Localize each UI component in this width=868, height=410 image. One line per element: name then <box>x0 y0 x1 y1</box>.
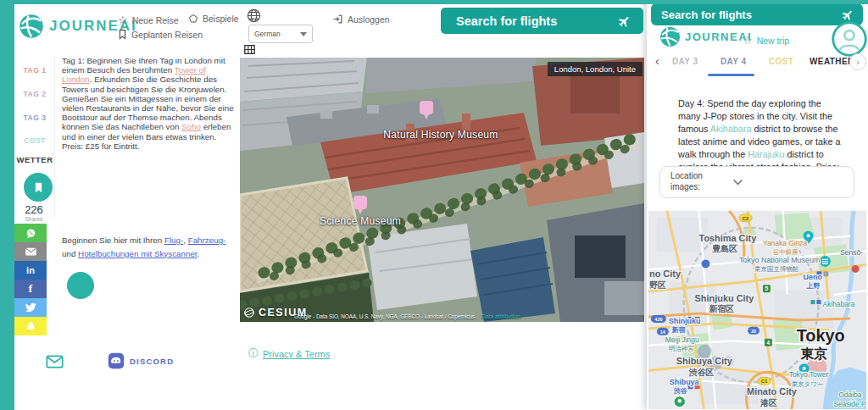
svg-text:上野: 上野 <box>806 282 821 290</box>
facebook-icon: f <box>29 282 32 296</box>
svg-text:C1: C1 <box>761 379 768 384</box>
flight-search-panel: Search for flights JOURNEAI ☆ New trip ‹… <box>647 0 868 410</box>
tabs-prev-arrow[interactable]: ‹ <box>655 54 659 68</box>
svg-text:港区: 港区 <box>760 398 777 407</box>
sidebar-tab-wetter[interactable]: WETTER <box>14 155 55 164</box>
left-accent-bar <box>0 0 14 410</box>
bookmark-icon <box>118 29 127 40</box>
examples-icon <box>188 14 198 24</box>
globe-icon <box>247 8 261 23</box>
share-email-button[interactable] <box>14 242 47 261</box>
map-location-badge: London, London, Unite <box>548 62 643 76</box>
hotel-booking-link[interactable]: Hotelbuchungen mit Skyscanner <box>78 249 198 258</box>
active-tab-underline <box>708 74 754 76</box>
sidebar-tab-tag1[interactable]: TAG 1 <box>14 66 55 75</box>
svg-text:渋谷: 渋谷 <box>673 387 687 395</box>
nav-examples[interactable]: Beispiele <box>188 14 239 24</box>
flight-booking-link[interactable]: Flug- <box>164 235 183 245</box>
svg-text:420: 420 <box>654 317 662 322</box>
svg-text:Tokyo National Museum: Tokyo National Museum <box>739 256 820 264</box>
share-count: 226 <box>14 203 53 216</box>
search-flights-button[interactable]: Search for flights <box>441 8 643 34</box>
share-whatsapp-button[interactable] <box>14 224 47 242</box>
logout-label: Ausloggen <box>348 14 390 25</box>
akihabara-link[interactable]: Akihabara <box>710 124 752 134</box>
panel-journeai-logo[interactable]: JOURNEAI <box>659 26 752 47</box>
panel-tab-cost[interactable]: COST <box>769 57 793 66</box>
share-snapchat-button[interactable] <box>14 317 47 335</box>
privacy-terms-link[interactable]: ⓘ Privacy & Terms <box>248 346 330 361</box>
share-count-label: Shares <box>14 216 53 222</box>
svg-text:東京国立博物館: 東京国立博物館 <box>754 265 799 273</box>
svg-text:Tokyo Tower: Tokyo Tower <box>789 370 829 379</box>
london-3d-map[interactable]: London, London, Unite Natural History Mu… <box>240 58 644 322</box>
svg-text:Shinjuku: Shinjuku <box>669 317 701 325</box>
panel-tab-day4[interactable]: DAY 4 <box>721 57 746 66</box>
data-attribution-link[interactable]: Data attribution <box>481 313 520 319</box>
panel-tab-day3[interactable]: DAY 3 <box>672 57 698 66</box>
svg-text:Meiji Jingu: Meiji Jingu <box>665 335 699 344</box>
map-attribution-text: Google - Data SIO, NOAA, U.S. Navy, NGA,… <box>294 313 475 319</box>
sidebar-tab-tag2[interactable]: TAG 2 <box>14 90 55 98</box>
contact-email-icon[interactable] <box>46 355 64 368</box>
nav-new-trip[interactable]: ☆ Neue Reise <box>118 14 179 26</box>
tokyo-map-canvas: C2 5 4 C1 420 14 20 <box>648 210 866 410</box>
language-select[interactable]: German <box>248 25 313 43</box>
booking-text-part: . <box>198 249 200 258</box>
location-images-dropdown[interactable]: Location images: <box>659 166 854 198</box>
discord-icon <box>108 352 125 369</box>
bookmark-fab-button[interactable] <box>24 173 53 202</box>
journeai-logo-icon <box>659 26 681 47</box>
email-icon <box>25 247 37 257</box>
car-booking-link[interactable]: Fahrzeug- <box>188 235 226 245</box>
svg-text:Shibuya City: Shibuya City <box>676 356 732 366</box>
svg-text:Tokyo: Tokyo <box>797 326 845 345</box>
map-grid-icon[interactable] <box>244 44 255 55</box>
svg-text:Ueno: Ueno <box>804 273 823 281</box>
plane-icon <box>618 14 632 28</box>
floating-action-circle[interactable] <box>67 272 94 299</box>
tabs-next-arrow[interactable]: › <box>849 53 866 70</box>
chevron-down-icon <box>300 32 307 36</box>
svg-text:谷中銀座: 谷中銀座 <box>773 248 798 256</box>
avatar[interactable] <box>832 21 867 57</box>
new-trip-button[interactable]: ☆ New trip <box>743 34 789 47</box>
nav-planned-trips-label: Geplanten Reisen <box>131 30 203 40</box>
snapchat-icon <box>25 320 37 333</box>
svg-text:20: 20 <box>751 329 756 334</box>
bookmark-icon <box>33 181 44 194</box>
share-facebook-button[interactable]: f <box>14 280 47 298</box>
share-linkedin-button[interactable]: in <box>14 261 47 280</box>
twitter-icon <box>25 302 37 313</box>
panel-tab-weather[interactable]: WEATHER <box>810 57 854 66</box>
chevron-down-icon <box>732 179 743 186</box>
privacy-terms-label: Privacy & Terms <box>263 349 330 359</box>
svg-text:Odaiba: Odaiba <box>838 391 861 399</box>
map-pin-label: Science Museum <box>292 215 428 227</box>
sidebar-tab-cost[interactable]: COST <box>14 136 55 145</box>
booking-text: Beginnen Sie hier mit Ihren Flug-, Fahrz… <box>62 234 236 260</box>
nav-planned-trips[interactable]: Geplanten Reisen <box>118 29 203 40</box>
soho-link[interactable]: Soho <box>181 122 201 131</box>
tokyo-map[interactable]: C2 5 4 C1 420 14 20 <box>648 210 866 410</box>
svg-text:Yanaka Ginza: Yanaka Ginza <box>763 239 808 247</box>
harajuku-link[interactable]: Harajuku <box>748 149 784 159</box>
booking-text-part: Beginnen Sie hier mit Ihren <box>62 235 164 245</box>
cesium-globe-icon <box>243 307 255 319</box>
star-icon: ☆ <box>118 14 128 26</box>
svg-text:no City: no City <box>649 269 681 279</box>
top-accent-bar <box>0 0 868 4</box>
discord-link[interactable]: DISCORD <box>108 352 174 369</box>
map-pin-natural-history-museum[interactable] <box>418 100 435 124</box>
itinerary-day1-text: Tag 1: Beginnen Sie Ihren Tag in London … <box>62 56 236 151</box>
sidebar-tab-tag3[interactable]: TAG 3 <box>14 114 55 122</box>
app-root: JOURNEAI ☆ Neue Reise Beispiele Geplante… <box>0 0 647 410</box>
plane-icon <box>842 8 854 21</box>
svg-text:東京タワー: 東京タワー <box>792 380 824 388</box>
whatsapp-icon <box>25 227 37 240</box>
share-twitter-button[interactable] <box>14 298 47 317</box>
language-select-value: German <box>254 30 281 38</box>
svg-text:Shibuya: Shibuya <box>670 378 700 386</box>
logout-button[interactable]: Ausloggen <box>332 14 390 25</box>
svg-text:Toshima City: Toshima City <box>699 233 757 243</box>
